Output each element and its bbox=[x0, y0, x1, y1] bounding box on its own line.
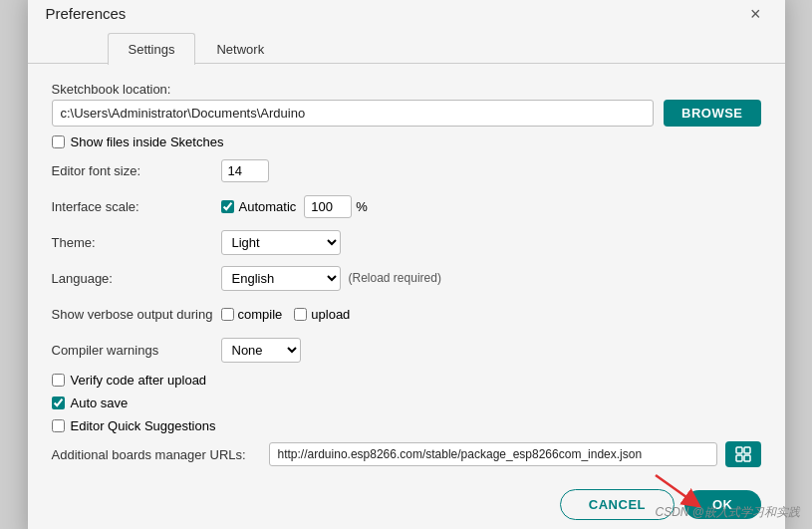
verbose-row: Show verbose output during compile uploa… bbox=[52, 301, 761, 327]
upload-checkbox[interactable] bbox=[294, 308, 307, 321]
compiler-warnings-row: Compiler warnings None Default More All bbox=[52, 337, 761, 363]
automatic-label: Automatic bbox=[239, 199, 297, 214]
reload-note: (Reload required) bbox=[349, 271, 441, 285]
verbose-options: compile upload bbox=[221, 307, 363, 322]
compile-label: compile bbox=[238, 307, 283, 322]
compile-option: compile bbox=[221, 307, 283, 322]
autosave-checkbox[interactable] bbox=[52, 397, 65, 409]
compiler-warnings-select[interactable]: None Default More All bbox=[221, 338, 301, 363]
browse-button[interactable]: BROWSE bbox=[664, 100, 761, 127]
sketchbook-label: Sketchbook location: bbox=[52, 82, 761, 97]
svg-rect-2 bbox=[736, 455, 742, 461]
close-button[interactable]: × bbox=[744, 3, 767, 25]
urls-label: Additional boards manager URLs: bbox=[52, 447, 269, 462]
svg-rect-1 bbox=[744, 447, 750, 453]
language-label: Language: bbox=[52, 271, 221, 286]
preferences-dialog: Preferences × Settings Network Sketchboo… bbox=[28, 0, 785, 529]
autosave-row: Auto save bbox=[52, 396, 761, 410]
verify-checkbox[interactable] bbox=[52, 374, 65, 387]
show-files-label: Show files inside Sketches bbox=[71, 134, 224, 149]
language-row: Language: English 中文(简体) 日本語 (Reload req… bbox=[52, 265, 761, 291]
sketchbook-input[interactable] bbox=[52, 100, 655, 127]
urls-row: Additional boards manager URLs: bbox=[52, 441, 761, 467]
svg-rect-3 bbox=[744, 455, 750, 461]
percent-label: % bbox=[356, 199, 368, 214]
language-select[interactable]: English 中文(简体) 日本語 bbox=[221, 266, 341, 291]
theme-row: Theme: Light Dark bbox=[52, 229, 761, 255]
dialog-tabs: Settings Network bbox=[28, 33, 785, 65]
editor-suggestions-row: Editor Quick Suggestions bbox=[52, 418, 761, 433]
verify-label: Verify code after upload bbox=[71, 373, 207, 388]
dialog-body: Sketchbook location: BROWSE Show files i… bbox=[28, 64, 785, 479]
upload-option: upload bbox=[294, 307, 350, 322]
compile-checkbox[interactable] bbox=[221, 308, 234, 321]
edit-icon bbox=[735, 446, 751, 462]
urls-input[interactable] bbox=[269, 442, 717, 466]
theme-label: Theme: bbox=[52, 235, 221, 250]
editor-font-label: Editor font size: bbox=[52, 163, 221, 178]
svg-rect-0 bbox=[736, 447, 742, 453]
editor-suggestions-checkbox[interactable] bbox=[52, 419, 65, 432]
svg-line-5 bbox=[656, 475, 693, 502]
tab-network[interactable]: Network bbox=[195, 33, 285, 65]
autosave-label: Auto save bbox=[71, 396, 129, 410]
editor-suggestions-label: Editor Quick Suggestions bbox=[71, 418, 216, 433]
tab-settings[interactable]: Settings bbox=[108, 33, 196, 65]
editor-font-input[interactable] bbox=[221, 159, 269, 182]
dialog-title: Preferences bbox=[46, 5, 127, 22]
urls-edit-button[interactable] bbox=[725, 441, 761, 467]
automatic-checkbox[interactable] bbox=[221, 200, 234, 213]
sketchbook-section: Sketchbook location: BROWSE bbox=[52, 82, 761, 127]
show-files-row: Show files inside Sketches bbox=[52, 134, 761, 149]
verbose-label: Show verbose output during bbox=[52, 307, 221, 322]
compiler-warnings-label: Compiler warnings bbox=[52, 343, 221, 358]
watermark: CSDN @嵌入式学习和实践 bbox=[655, 504, 800, 521]
editor-font-row: Editor font size: bbox=[52, 157, 761, 183]
upload-label: upload bbox=[311, 307, 350, 322]
scale-input[interactable] bbox=[304, 195, 352, 218]
dialog-overlay: Preferences × Settings Network Sketchboo… bbox=[0, 0, 812, 529]
theme-select[interactable]: Light Dark bbox=[221, 230, 341, 255]
interface-scale-label: Interface scale: bbox=[52, 199, 221, 214]
show-files-checkbox[interactable] bbox=[52, 135, 65, 148]
verify-row: Verify code after upload bbox=[52, 373, 761, 388]
dialog-titlebar: Preferences × bbox=[28, 0, 785, 33]
interface-scale-row: Interface scale: Automatic % bbox=[52, 193, 761, 219]
sketchbook-input-row: BROWSE bbox=[52, 100, 761, 127]
